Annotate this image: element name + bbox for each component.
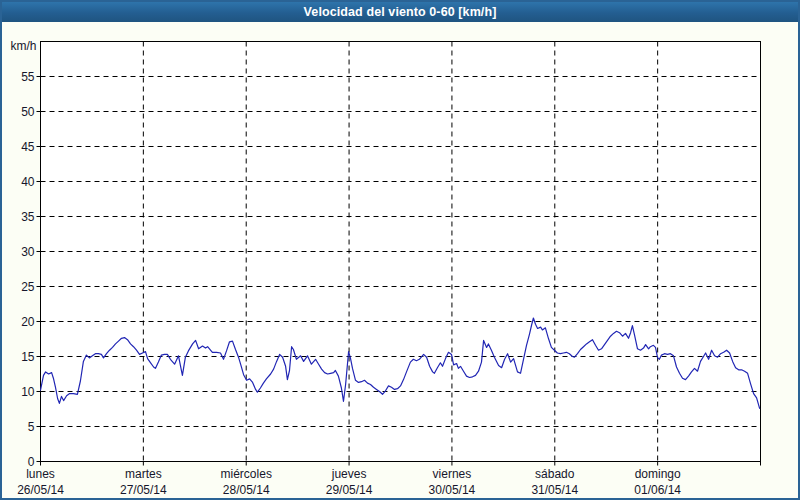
wind-speed-chart: 0510152025303540455055km/hlunes26/05/14m… <box>2 22 798 498</box>
y-tick-label: 25 <box>21 280 35 294</box>
y-tick-label: 30 <box>21 245 35 259</box>
y-tick-label: 40 <box>21 175 35 189</box>
x-day-label: lunes <box>26 467 55 481</box>
x-date-label: 27/05/14 <box>120 483 167 497</box>
y-tick-label: 55 <box>21 70 35 84</box>
y-tick-label: 45 <box>21 140 35 154</box>
y-tick-label: 10 <box>21 385 35 399</box>
x-date-label: 30/05/14 <box>429 483 476 497</box>
x-date-label: 26/05/14 <box>17 483 64 497</box>
y-tick-label: 35 <box>21 210 35 224</box>
y-tick-label: 15 <box>21 350 35 364</box>
y-axis-unit-label: km/h <box>10 39 36 53</box>
x-date-label: 29/05/14 <box>326 483 373 497</box>
chart-window: Velocidad del viento 0-60 [km/h] 0510152… <box>0 0 800 500</box>
x-day-label: sábado <box>535 467 575 481</box>
x-day-label: martes <box>125 467 162 481</box>
x-day-label: viernes <box>433 467 472 481</box>
x-date-label: 31/05/14 <box>531 483 578 497</box>
y-tick-label: 20 <box>21 315 35 329</box>
y-tick-label: 5 <box>28 420 35 434</box>
x-day-label: miércoles <box>221 467 272 481</box>
chart-title: Velocidad del viento 0-60 [km/h] <box>304 5 497 19</box>
y-tick-label: 50 <box>21 105 35 119</box>
x-date-label: 28/05/14 <box>223 483 270 497</box>
x-day-label: domingo <box>635 467 681 481</box>
title-bar: Velocidad del viento 0-60 [km/h] <box>2 2 798 22</box>
x-day-label: jueves <box>331 467 367 481</box>
x-date-label: 01/06/14 <box>634 483 681 497</box>
